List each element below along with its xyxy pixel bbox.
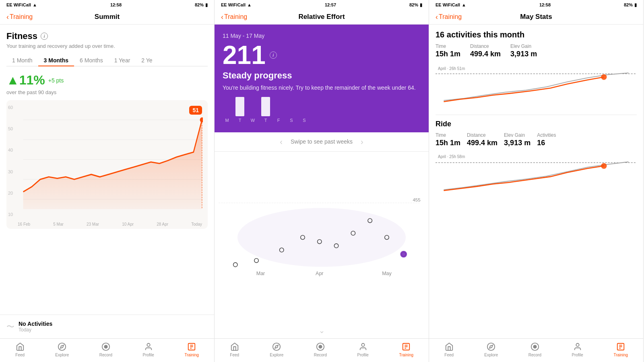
status-bar-1: EE WiFiCall ▲ 12:58 82% ▮ bbox=[0, 0, 214, 10]
tab-3months[interactable]: 3 Months bbox=[38, 55, 74, 66]
svg-point-19 bbox=[233, 262, 237, 266]
tab-explore-2[interactable]: Explore bbox=[270, 342, 283, 357]
svg-marker-47 bbox=[489, 345, 493, 348]
ride-activities: Activities 16 bbox=[537, 132, 556, 147]
info-icon[interactable]: i bbox=[41, 33, 48, 40]
back-arrow-1: ‹ bbox=[6, 13, 9, 21]
svg-point-7 bbox=[58, 343, 66, 350]
status-bar-2: EE WiFiCall ▲ 12:57 82% ▮ bbox=[215, 0, 429, 10]
svg-point-5 bbox=[200, 117, 203, 122]
ride-activities-value: 16 bbox=[537, 139, 556, 147]
svg-marker-34 bbox=[275, 345, 278, 348]
x-label-5mar: 5 Mar bbox=[53, 222, 64, 226]
tab-training-3[interactable]: Training bbox=[613, 342, 628, 357]
tab-label-explore-3: Explore bbox=[484, 353, 498, 357]
fitness-chart: 60 50 40 30 20 10 bbox=[6, 100, 208, 229]
profile-icon-3 bbox=[573, 342, 582, 352]
tab-profile-1[interactable]: Profile bbox=[143, 342, 154, 357]
home-icon-1 bbox=[15, 342, 25, 352]
tab-bar-3: Feed Explore Record Profile Training bbox=[429, 338, 643, 362]
tab-feed-3[interactable]: Feed bbox=[444, 342, 454, 357]
home-icon-2 bbox=[230, 342, 239, 352]
record-icon-2 bbox=[316, 342, 325, 352]
tab-feed-2[interactable]: Feed bbox=[230, 342, 239, 357]
svg-point-50 bbox=[576, 343, 579, 346]
tab-record-3[interactable]: Record bbox=[528, 342, 541, 357]
y-label-40: 40 bbox=[8, 148, 13, 152]
tab-2ye[interactable]: 2 Ye bbox=[136, 55, 158, 66]
screen-summit: EE WiFiCall ▲ 12:58 82% ▮ ‹ Training Sum… bbox=[0, 0, 215, 362]
week-bar-sat: S bbox=[287, 116, 296, 123]
compass-icon-2 bbox=[272, 342, 281, 352]
status-bar-3: EE WiFiCall ▲ 12:58 82% ▮ bbox=[429, 0, 643, 10]
week-bar-tue-bar bbox=[235, 97, 244, 116]
tab-bar-1: Feed Explore Record Profile Training bbox=[0, 338, 214, 362]
back-button-1[interactable]: ‹ Training bbox=[6, 13, 33, 21]
y-label-30: 30 bbox=[8, 169, 13, 174]
back-label-1: Training bbox=[10, 13, 33, 21]
purple-info-icon[interactable]: i bbox=[270, 51, 277, 59]
mini-chart-svg-1 bbox=[436, 64, 637, 108]
tab-bar-2: Feed Explore Record Profile Training bbox=[215, 338, 429, 362]
purple-card: 11 May - 17 May 211 i Steady progress Yo… bbox=[215, 25, 429, 132]
chevron-down[interactable]: ⌄ bbox=[215, 323, 429, 338]
ride-title: Ride bbox=[436, 120, 637, 128]
y-label-20: 20 bbox=[8, 191, 13, 195]
back-label-3: Training bbox=[439, 13, 462, 21]
tab-training-1[interactable]: Training bbox=[184, 342, 199, 357]
svg-point-43 bbox=[601, 74, 607, 80]
back-button-2[interactable]: ‹ Training bbox=[221, 13, 247, 21]
tab-label-explore-2: Explore bbox=[270, 353, 283, 357]
time-1: 12:58 bbox=[110, 2, 122, 7]
week-day-thu: T bbox=[264, 118, 267, 123]
x-label-today: Today bbox=[191, 222, 202, 226]
purple-score-row: 211 i bbox=[223, 42, 421, 68]
tab-profile-3[interactable]: Profile bbox=[572, 342, 583, 357]
back-button-3[interactable]: ‹ Training bbox=[436, 13, 462, 21]
screen-may-stats: EE WiFiCall ▲ 12:58 82% ▮ ‹ Training May… bbox=[429, 0, 644, 362]
no-act-sub: Today bbox=[19, 327, 52, 333]
fitness-change: ▲11% +5 pts bbox=[6, 73, 208, 88]
tab-explore-1[interactable]: Explore bbox=[55, 342, 69, 357]
svg-point-29 bbox=[400, 251, 407, 257]
next-week-button[interactable]: › bbox=[361, 137, 363, 146]
stat-distance-label: Distance bbox=[470, 43, 501, 49]
stat-elev: Elev Gain 3,913 m bbox=[510, 43, 537, 58]
tab-1year[interactable]: 1 Year bbox=[109, 55, 136, 66]
scatter-chart: 455 Mar Apr May bbox=[215, 152, 429, 323]
profile-icon-2 bbox=[358, 342, 368, 352]
home-icon-3 bbox=[444, 342, 454, 352]
tab-6months[interactable]: 6 Months bbox=[74, 55, 109, 66]
ride-elev: Elev Gain 3,913 m bbox=[504, 132, 530, 147]
tab-explore-3[interactable]: Explore bbox=[484, 342, 498, 357]
tab-label-feed-1: Feed bbox=[15, 353, 25, 357]
ride-distance-value: 499.4 km bbox=[467, 139, 497, 147]
svg-text:455: 455 bbox=[413, 197, 420, 202]
fitness-title-row: Fitness i bbox=[6, 31, 208, 41]
prev-week-button[interactable]: ‹ bbox=[280, 137, 283, 146]
tab-profile-2[interactable]: Profile bbox=[357, 342, 369, 357]
month-activities-title: 16 activities this month bbox=[436, 30, 637, 39]
tab-feed-1[interactable]: Feed bbox=[15, 342, 25, 357]
week-bar-thu: T bbox=[261, 97, 270, 123]
purple-date: 11 May - 17 May bbox=[223, 33, 421, 39]
battery-icon-2: ▮ bbox=[420, 2, 422, 8]
stats-section: 16 activities this month Time 15h 1m Dis… bbox=[429, 25, 643, 338]
status-right-2: 82% ▮ bbox=[409, 2, 422, 8]
tab-record-1[interactable]: Record bbox=[99, 342, 112, 357]
battery-icon-3: ▮ bbox=[634, 2, 637, 8]
fitness-title: Fitness bbox=[6, 31, 37, 41]
nav-header-3: ‹ Training May Stats bbox=[429, 10, 643, 25]
tab-1month[interactable]: 1 Month bbox=[6, 55, 38, 66]
week-day-tue: T bbox=[239, 118, 242, 123]
tab-training-2[interactable]: Training bbox=[399, 342, 413, 357]
no-activities-text: No Activities Today bbox=[19, 321, 52, 333]
svg-point-10 bbox=[104, 345, 107, 348]
nav-header-1: ‹ Training Summit bbox=[0, 10, 214, 25]
mini-chart-svg-2 bbox=[436, 152, 637, 196]
battery-1: 82% bbox=[195, 2, 204, 7]
week-bar-thu-bar bbox=[261, 97, 270, 116]
carrier-1: EE WiFiCall bbox=[6, 2, 31, 7]
battery-icon-1: ▮ bbox=[205, 2, 208, 8]
tab-record-2[interactable]: Record bbox=[314, 342, 327, 357]
